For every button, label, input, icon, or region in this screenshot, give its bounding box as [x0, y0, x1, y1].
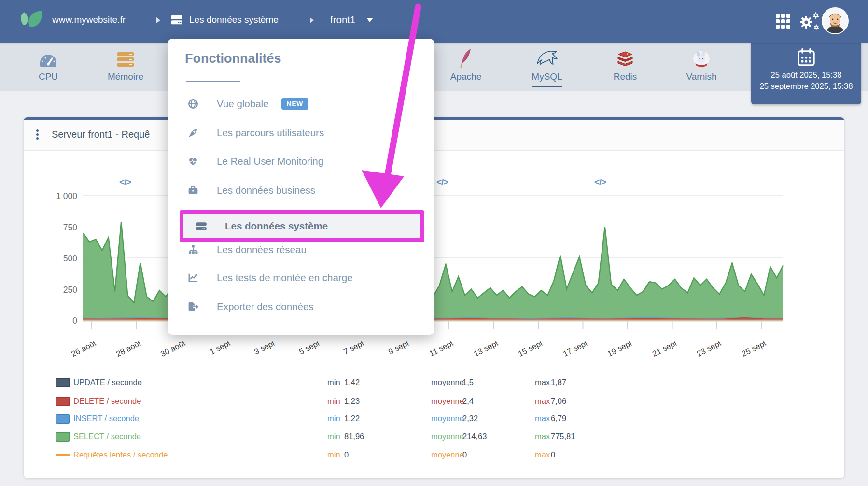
- panel-menu-kebab-icon[interactable]: [36, 128, 40, 141]
- chevron-down-icon[interactable]: [367, 18, 373, 22]
- dropdown-divider: [186, 81, 240, 82]
- apache-icon: [434, 43, 497, 69]
- stat-avg-label: moyenne: [431, 414, 464, 423]
- legend-label: Requêtes lentes / seconde: [73, 450, 168, 459]
- stat-max-value: 1,87: [551, 378, 566, 387]
- stat-avg-value: 2,4: [462, 397, 474, 406]
- mysql-icon: [516, 43, 578, 69]
- legend-dash-swatch: [56, 454, 70, 456]
- stat-avg-value: 0: [462, 450, 467, 459]
- stat-min-value: 1,23: [344, 397, 360, 406]
- date-range-picker[interactable]: 25 août 2025, 15:38 25 septembre 2025, 1…: [751, 43, 861, 104]
- x-tick-label: 19 sept: [590, 339, 633, 366]
- stat-min-label: min: [327, 378, 340, 387]
- toolbar-item-label: MySQL: [516, 71, 578, 82]
- y-tick-label: 500: [43, 254, 77, 264]
- y-tick-label: 0: [43, 316, 77, 326]
- globe-icon: [187, 99, 199, 109]
- legend-row[interactable]: DELETE / secondemin1,23moyenne2,4max7,06: [56, 397, 809, 408]
- legend-swatch: [56, 432, 70, 442]
- file-export-icon: [187, 301, 199, 312]
- menu-item[interactable]: Les tests de montée en charge: [187, 268, 353, 287]
- leaf-logo-icon[interactable]: [19, 10, 44, 33]
- x-tick-label: 15 sept: [501, 339, 544, 366]
- stat-max-value: 6,79: [551, 414, 566, 423]
- menu-item[interactable]: Le Real User Monitoring: [187, 152, 323, 171]
- stat-min-value: 0: [344, 450, 349, 459]
- stat-max-label: max: [535, 414, 550, 423]
- menu-item-label: Les tests de montée en charge: [217, 272, 353, 284]
- legend-label: DELETE / seconde: [73, 397, 141, 406]
- legend-label: UPDATE / seconde: [73, 378, 142, 387]
- menu-item[interactable]: Les données réseau: [187, 240, 307, 259]
- y-tick-label: 250: [43, 285, 77, 295]
- legend-label: INSERT / seconde: [73, 414, 139, 423]
- stat-max-value: 7,06: [551, 397, 566, 406]
- stat-max-label: max: [535, 450, 550, 459]
- legend-swatch: [56, 397, 70, 406]
- stat-min-value: 1,42: [344, 378, 360, 387]
- menu-item-label: Les données réseau: [217, 244, 307, 256]
- toolbar-item-label: CPU: [19, 71, 77, 82]
- briefcase-icon: [187, 185, 199, 196]
- toolbar-item-apache[interactable]: Apache: [434, 43, 497, 91]
- x-tick-label: 5 sept: [278, 339, 321, 366]
- toolbar-item-varnish[interactable]: Varnish: [670, 43, 733, 91]
- toolbar-item-label: Varnish: [670, 71, 733, 82]
- breadcrumb-site[interactable]: www.mywebsite.fr: [52, 14, 126, 25]
- toolbar-item-label: Mémoire: [94, 71, 157, 82]
- code-deploy-marker-icon[interactable]: </>: [594, 177, 606, 187]
- y-tick-label: 1 000: [43, 191, 77, 201]
- stat-avg-label: moyenne: [431, 432, 464, 441]
- rocket-icon: [187, 128, 199, 138]
- code-deploy-marker-icon[interactable]: </>: [436, 177, 448, 187]
- toolbar-item-mémoire[interactable]: Mémoire: [94, 43, 157, 91]
- stat-avg-value: 1,5: [462, 378, 474, 387]
- breadcrumb-section[interactable]: Les données système: [189, 14, 279, 25]
- x-tick-label: 30 août: [144, 339, 187, 366]
- legend-row[interactable]: SELECT / secondemin81,96moyenne214,63max…: [56, 432, 809, 443]
- settings-gears-icon[interactable]: [798, 12, 820, 31]
- menu-item[interactable]: Exporter des données: [187, 297, 314, 316]
- menu-item[interactable]: Les parcours utilisateurs: [187, 123, 324, 143]
- server-icon: [195, 221, 208, 231]
- toolbar-item-mysql[interactable]: MySQL: [516, 43, 578, 91]
- breadcrumb-separator-icon: [156, 17, 160, 23]
- x-tick-label: 13 sept: [456, 339, 499, 366]
- x-tick-label: 17 sept: [546, 339, 588, 366]
- date-range-start: 25 août 2025, 15:38: [751, 70, 861, 81]
- legend-row[interactable]: UPDATE / secondemin1,42moyenne1,5max1,87: [56, 378, 809, 389]
- legend-row[interactable]: INSERT / secondemin1,22moyenne2,32max6,7…: [56, 414, 809, 426]
- server-icon: [170, 14, 183, 26]
- stat-min-label: min: [327, 450, 340, 459]
- y-tick-label: 750: [43, 223, 77, 233]
- legend-row[interactable]: Requêtes lentes / secondemin0moyenne0max…: [56, 450, 809, 462]
- apps-grid-icon[interactable]: [775, 14, 791, 29]
- menu-item-highlighted[interactable]: Les données système: [180, 210, 424, 242]
- active-tab-indicator: [532, 86, 562, 87]
- code-deploy-marker-icon[interactable]: </>: [119, 177, 131, 187]
- stat-max-value: 775,81: [551, 432, 575, 441]
- gauge-icon: [19, 43, 77, 69]
- breadcrumb-separator-icon: [310, 17, 314, 23]
- menu-item-label: Le Real User Monitoring: [217, 156, 323, 167]
- menu-item[interactable]: Les données business: [187, 181, 315, 200]
- toolbar-item-redis[interactable]: Redis: [594, 43, 657, 91]
- redis-icon: [594, 43, 657, 69]
- x-tick-label: 28 août: [99, 339, 142, 366]
- toolbar-item-cpu[interactable]: CPU: [19, 43, 77, 91]
- x-tick-label: 23 sept: [680, 339, 723, 366]
- chart-line-icon: [187, 272, 199, 283]
- stat-avg-label: moyenne: [431, 378, 464, 387]
- dropdown-title: Fonctionnalités: [185, 51, 281, 66]
- stat-avg-label: moyenne: [431, 397, 464, 406]
- x-tick-label: 7 sept: [322, 339, 365, 366]
- breadcrumb-server[interactable]: front1: [330, 14, 355, 26]
- panel-title: Serveur front1 - Requê: [52, 129, 150, 140]
- stat-max-label: max: [535, 378, 550, 387]
- x-tick-label: 11 sept: [412, 339, 455, 366]
- user-avatar[interactable]: [822, 7, 849, 34]
- stat-min-label: min: [327, 397, 340, 406]
- legend-swatch: [56, 414, 70, 424]
- menu-item[interactable]: Vue globaleNEW: [187, 94, 308, 114]
